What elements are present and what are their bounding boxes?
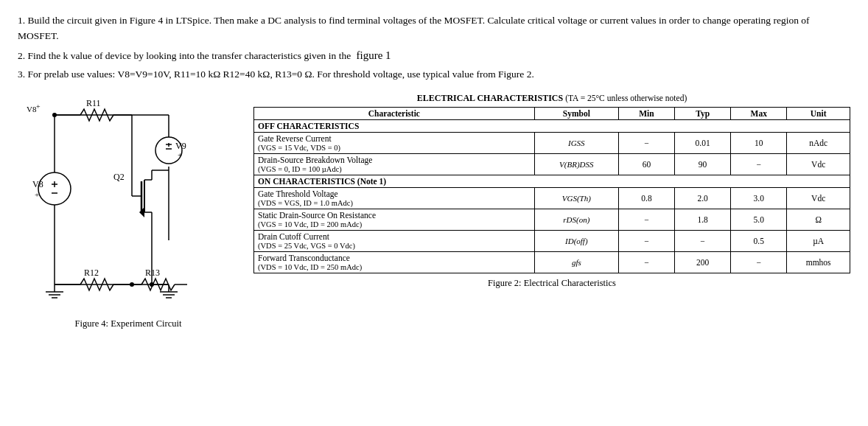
unit-cell: µA xyxy=(787,231,850,252)
left-panel: V8 + R11 xyxy=(18,93,239,329)
char-cell: Drain Cutoff Current(VDS = 25 Vdc, VGS =… xyxy=(254,231,535,252)
circuit-diagram: V8 + R11 xyxy=(25,93,231,307)
col-header-char: Characteristic xyxy=(254,108,535,120)
svg-text:Q2: Q2 xyxy=(113,172,125,182)
symbol-cell: V(BR)DSS xyxy=(534,154,618,175)
instructions: 1. Build the circuit given in Figure 4 i… xyxy=(18,13,850,85)
min-cell: − xyxy=(618,252,674,273)
char-cell: Drain-Source Breakdown Voltage(VGS = 0, … xyxy=(254,154,535,175)
svg-text:R11: R11 xyxy=(86,98,101,108)
svg-text:+: + xyxy=(36,102,41,111)
symbol-cell: gfs xyxy=(534,252,618,273)
svg-text:V8: V8 xyxy=(27,105,37,114)
col-header-symbol: Symbol xyxy=(534,108,618,120)
max-cell: 0.5 xyxy=(731,231,787,252)
char-cell: Gate Reverse Current(VGS = 15 Vdc, VDS =… xyxy=(254,133,535,154)
char-cell: Gate Threshold Voltage(VDS = VGS, ID = 1… xyxy=(254,188,535,209)
unit-cell: Ω xyxy=(787,209,850,231)
ec-table: Characteristic Symbol Min Typ Max Unit O… xyxy=(253,107,850,273)
unit-cell: Vdc xyxy=(787,188,850,209)
min-cell: − xyxy=(618,209,674,231)
typ-cell: 90 xyxy=(675,154,731,175)
symbol-cell: rDS(on) xyxy=(534,209,618,231)
fig4-caption: Figure 4: Experiment Circuit xyxy=(75,318,182,329)
char-cell: Static Drain-Source On Resistance(VGS = … xyxy=(254,209,535,231)
table-row: Static Drain-Source On Resistance(VGS = … xyxy=(254,209,850,231)
instruction-2: 2. Find the k value of device by looking… xyxy=(18,47,850,64)
svg-point-49 xyxy=(52,113,57,117)
svg-point-50 xyxy=(130,282,134,287)
section-header: OFF CHARACTERISTICS xyxy=(254,120,850,133)
handwritten-text: figure 1 xyxy=(357,49,391,61)
char-cell: Forward Transconductance(VDS = 10 Vdc, I… xyxy=(254,252,535,273)
right-panel: ELECTRICAL CHARACTERISTICS (TA = 25°C un… xyxy=(253,93,850,289)
svg-text:R12: R12 xyxy=(84,268,99,278)
max-cell: 3.0 xyxy=(731,188,787,209)
instruction-3: 3. For prelab use values: V8=V9=10V, R11… xyxy=(18,67,850,83)
table-title: ELECTRICAL CHARACTERISTICS (TA = 25°C un… xyxy=(253,93,850,104)
max-cell: 5.0 xyxy=(731,209,787,231)
instruction-1: 1. Build the circuit given in Figure 4 i… xyxy=(18,13,850,44)
typ-cell: 2.0 xyxy=(675,188,731,209)
table-row: Gate Reverse Current(VGS = 15 Vdc, VDS =… xyxy=(254,133,850,154)
max-cell: − xyxy=(731,154,787,175)
col-header-unit: Unit xyxy=(787,108,850,120)
unit-cell: Vdc xyxy=(787,154,850,175)
min-cell: − xyxy=(618,231,674,252)
svg-text:+: + xyxy=(35,190,39,199)
min-cell: 60 xyxy=(618,154,674,175)
circuit-area: V8 + R11 xyxy=(25,93,231,314)
table-row: Drain Cutoff Current(VDS = 25 Vdc, VGS =… xyxy=(254,231,850,252)
col-header-typ: Typ xyxy=(675,108,731,120)
min-cell: − xyxy=(618,133,674,154)
fig2-caption: Figure 2: Electrical Characteristics xyxy=(253,278,850,289)
table-subtitle: (TA = 25°C unless otherwise noted) xyxy=(565,94,687,102)
col-header-min: Min xyxy=(618,108,674,120)
main-content: V8 + R11 xyxy=(18,93,850,329)
svg-text:+: + xyxy=(178,150,182,159)
v8-label: V8 xyxy=(32,179,43,189)
section-header: ON CHARACTERISTICS (Note 1) xyxy=(254,175,850,188)
svg-point-51 xyxy=(150,282,154,287)
unit-cell: nAdc xyxy=(787,133,850,154)
symbol-cell: IGSS xyxy=(534,133,618,154)
symbol-cell: VGS(Th) xyxy=(534,188,618,209)
table-row: Forward Transconductance(VDS = 10 Vdc, I… xyxy=(254,252,850,273)
typ-cell: − xyxy=(675,231,731,252)
col-header-max: Max xyxy=(731,108,787,120)
page-container: 1. Build the circuit given in Figure 4 i… xyxy=(0,0,868,337)
svg-text:V9: V9 xyxy=(175,141,186,151)
typ-cell: 1.8 xyxy=(675,209,731,231)
max-cell: − xyxy=(731,252,787,273)
min-cell: 0.8 xyxy=(618,188,674,209)
max-cell: 10 xyxy=(731,133,787,154)
typ-cell: 200 xyxy=(675,252,731,273)
typ-cell: 0.01 xyxy=(675,133,731,154)
table-row: Drain-Source Breakdown Voltage(VGS = 0, … xyxy=(254,154,850,175)
symbol-cell: ID(off) xyxy=(534,231,618,252)
unit-cell: mmhos xyxy=(787,252,850,273)
svg-text:R13: R13 xyxy=(145,268,160,278)
table-row: Gate Threshold Voltage(VDS = VGS, ID = 1… xyxy=(254,188,850,209)
